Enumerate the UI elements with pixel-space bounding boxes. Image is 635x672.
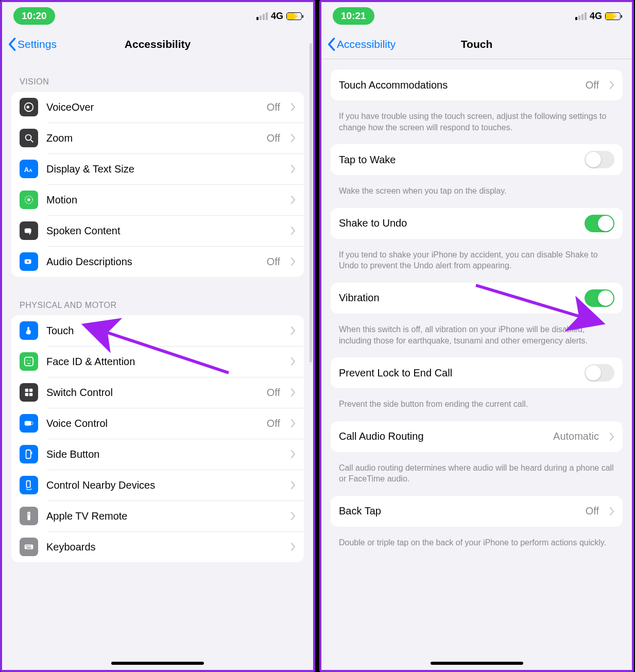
row-side-button[interactable]: Side Button xyxy=(11,439,304,470)
svg-point-2 xyxy=(26,135,31,141)
svg-point-12 xyxy=(27,360,28,361)
toggle-prevent-lock[interactable] xyxy=(585,364,614,382)
svg-rect-16 xyxy=(25,393,28,396)
row-voiceover[interactable]: VoiceOver Off xyxy=(11,92,304,123)
svg-rect-21 xyxy=(31,452,32,454)
toggle-vibration[interactable] xyxy=(585,289,614,307)
footer-shake-to-undo: If you tend to shake your iPhone by acci… xyxy=(331,244,623,283)
row-voice-control[interactable]: Voice Control Off xyxy=(11,408,304,439)
network-label: 4G xyxy=(590,11,602,22)
chevron-right-icon xyxy=(290,450,296,458)
section-header-physical: Physical and Motor xyxy=(11,282,304,315)
home-indicator[interactable] xyxy=(431,662,523,665)
row-label: Voice Control xyxy=(46,418,259,429)
group-prevent-lock: Prevent Lock to End Call xyxy=(331,357,623,388)
textsize-icon: AA xyxy=(20,160,38,178)
svg-rect-17 xyxy=(29,393,32,396)
row-label: Apple TV Remote xyxy=(46,510,282,522)
svg-rect-14 xyxy=(25,389,28,392)
row-label: Side Button xyxy=(46,449,282,460)
row-detail: Off xyxy=(267,418,280,429)
svg-point-7 xyxy=(27,198,30,201)
footer-touch-accommodations: If you have trouble using the touch scre… xyxy=(331,106,623,144)
nav-bar: Settings Accessibility xyxy=(2,30,313,59)
svg-rect-28 xyxy=(28,545,29,546)
zoom-icon xyxy=(20,129,38,147)
svg-rect-30 xyxy=(26,547,31,548)
status-bar: 10:21 4G ⚡ xyxy=(321,2,632,30)
row-face-id-attention[interactable]: Face ID & Attention xyxy=(11,346,304,377)
group-call-audio: Call Audio Routing Automatic xyxy=(331,421,623,452)
svg-rect-11 xyxy=(25,357,33,366)
row-touch-accommodations[interactable]: Touch Accommodations Off xyxy=(331,70,623,100)
row-apple-tv-remote[interactable]: Apple TV Remote xyxy=(11,501,304,531)
switch-icon xyxy=(20,383,38,402)
battery-icon: ⚡ xyxy=(286,12,302,20)
spoken-icon xyxy=(20,221,38,240)
row-shake-to-undo[interactable]: Shake to Undo xyxy=(331,208,623,239)
row-label: Back Tap xyxy=(339,505,577,517)
row-motion[interactable]: Motion xyxy=(11,184,304,215)
home-indicator[interactable] xyxy=(111,662,204,665)
keyboards-icon xyxy=(20,538,38,556)
row-display-text-size[interactable]: AA Display & Text Size xyxy=(11,153,304,184)
row-label: Audio Descriptions xyxy=(46,256,259,268)
row-vibration[interactable]: Vibration xyxy=(331,283,623,314)
row-back-tap[interactable]: Back Tap Off xyxy=(331,496,623,527)
group-back-tap: Back Tap Off xyxy=(331,496,623,527)
chevron-right-icon xyxy=(290,326,296,335)
row-call-audio-routing[interactable]: Call Audio Routing Automatic xyxy=(331,421,623,452)
signal-icon xyxy=(575,12,587,20)
svg-text:A: A xyxy=(24,166,29,174)
row-label: Vibration xyxy=(339,292,576,304)
svg-rect-23 xyxy=(27,512,30,521)
row-spoken-content[interactable]: Spoken Content xyxy=(11,215,304,246)
chevron-right-icon xyxy=(290,543,296,551)
footer-call-audio: Call audio routing determines where audi… xyxy=(331,457,623,496)
touch-icon xyxy=(20,321,38,340)
svg-point-13 xyxy=(30,360,31,361)
network-label: 4G xyxy=(271,11,283,22)
motion-icon xyxy=(20,191,38,209)
row-zoom[interactable]: Zoom Off xyxy=(11,123,304,153)
status-time: 10:21 xyxy=(333,7,374,25)
row-label: Call Audio Routing xyxy=(339,430,545,442)
svg-rect-15 xyxy=(29,389,32,392)
row-label: Tap to Wake xyxy=(339,154,576,166)
sidebutton-icon xyxy=(20,445,38,463)
svg-rect-26 xyxy=(26,545,27,546)
row-label: Control Nearby Devices xyxy=(46,479,282,491)
row-switch-control[interactable]: Switch Control Off xyxy=(11,377,304,408)
group-touch-accommodations: Touch Accommodations Off xyxy=(331,70,623,100)
battery-icon: ⚡ xyxy=(605,12,621,20)
back-label: Accessibility xyxy=(337,38,396,50)
voiceover-icon xyxy=(20,98,38,116)
phone-touch: 10:21 4G ⚡ Accessibility Touch Touch Acc… xyxy=(319,0,634,672)
svg-point-10 xyxy=(27,261,29,263)
toggle-shake-to-undo[interactable] xyxy=(585,215,614,232)
row-label: Keyboards xyxy=(46,541,282,553)
row-label: Touch xyxy=(46,325,282,337)
nav-bar: Accessibility Touch xyxy=(321,30,632,59)
svg-text:A: A xyxy=(29,168,32,173)
chevron-left-icon xyxy=(327,37,336,51)
scrollbar[interactable] xyxy=(310,43,312,363)
back-button[interactable]: Accessibility xyxy=(327,37,396,51)
row-touch[interactable]: Touch xyxy=(11,315,304,346)
toggle-tap-to-wake[interactable] xyxy=(585,151,614,168)
chevron-right-icon xyxy=(290,227,296,235)
nearby-icon xyxy=(20,476,38,494)
status-time: 10:20 xyxy=(13,7,55,25)
faceid-icon xyxy=(20,352,38,371)
row-control-nearby-devices[interactable]: Control Nearby Devices xyxy=(11,470,304,501)
row-audio-descriptions[interactable]: Audio Descriptions Off xyxy=(11,246,304,277)
chevron-right-icon xyxy=(290,103,296,111)
row-detail: Off xyxy=(267,387,280,399)
back-button[interactable]: Settings xyxy=(7,37,57,51)
row-prevent-lock[interactable]: Prevent Lock to End Call xyxy=(331,357,623,388)
svg-rect-29 xyxy=(30,545,31,546)
row-label: Shake to Undo xyxy=(339,217,576,229)
row-tap-to-wake[interactable]: Tap to Wake xyxy=(331,144,623,175)
status-indicators: 4G ⚡ xyxy=(575,11,621,22)
row-keyboards[interactable]: Keyboards xyxy=(11,531,304,562)
